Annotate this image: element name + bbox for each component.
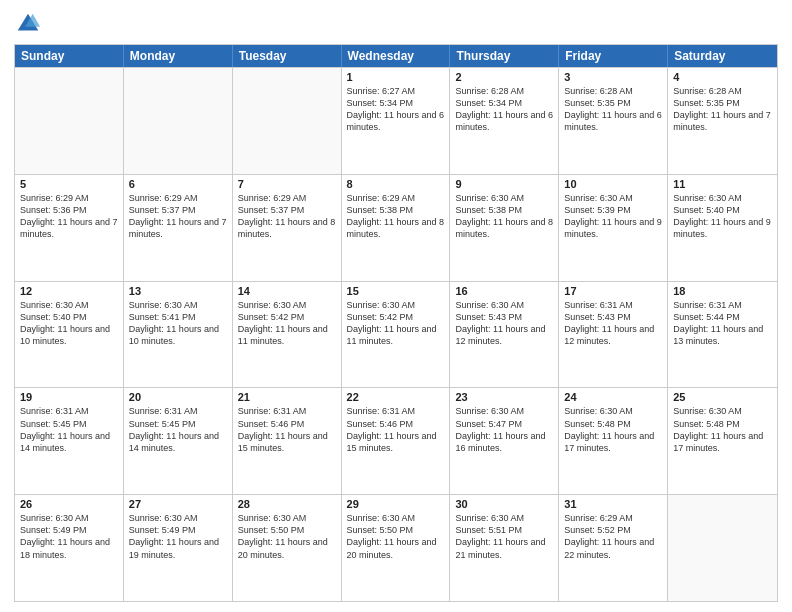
- calendar-body: 1Sunrise: 6:27 AM Sunset: 5:34 PM Daylig…: [15, 67, 777, 601]
- cell-info: Sunrise: 6:31 AM Sunset: 5:45 PM Dayligh…: [20, 405, 118, 454]
- calendar-row-1: 5Sunrise: 6:29 AM Sunset: 5:36 PM Daylig…: [15, 174, 777, 281]
- cell-date: 10: [564, 178, 662, 190]
- weekday-header-saturday: Saturday: [668, 45, 777, 67]
- calendar-cell: 8Sunrise: 6:29 AM Sunset: 5:38 PM Daylig…: [342, 175, 451, 281]
- cell-date: 5: [20, 178, 118, 190]
- weekday-header-thursday: Thursday: [450, 45, 559, 67]
- cell-info: Sunrise: 6:31 AM Sunset: 5:46 PM Dayligh…: [347, 405, 445, 454]
- calendar-cell: 19Sunrise: 6:31 AM Sunset: 5:45 PM Dayli…: [15, 388, 124, 494]
- cell-info: Sunrise: 6:30 AM Sunset: 5:39 PM Dayligh…: [564, 192, 662, 241]
- cell-date: 26: [20, 498, 118, 510]
- calendar-cell: 21Sunrise: 6:31 AM Sunset: 5:46 PM Dayli…: [233, 388, 342, 494]
- calendar-cell: 1Sunrise: 6:27 AM Sunset: 5:34 PM Daylig…: [342, 68, 451, 174]
- calendar-cell: 14Sunrise: 6:30 AM Sunset: 5:42 PM Dayli…: [233, 282, 342, 388]
- cell-date: 28: [238, 498, 336, 510]
- cell-info: Sunrise: 6:29 AM Sunset: 5:38 PM Dayligh…: [347, 192, 445, 241]
- calendar-cell: 29Sunrise: 6:30 AM Sunset: 5:50 PM Dayli…: [342, 495, 451, 601]
- calendar-cell: 26Sunrise: 6:30 AM Sunset: 5:49 PM Dayli…: [15, 495, 124, 601]
- cell-info: Sunrise: 6:30 AM Sunset: 5:48 PM Dayligh…: [564, 405, 662, 454]
- cell-date: 22: [347, 391, 445, 403]
- cell-date: 4: [673, 71, 772, 83]
- cell-info: Sunrise: 6:31 AM Sunset: 5:43 PM Dayligh…: [564, 299, 662, 348]
- cell-date: 9: [455, 178, 553, 190]
- calendar-cell: 24Sunrise: 6:30 AM Sunset: 5:48 PM Dayli…: [559, 388, 668, 494]
- cell-date: 17: [564, 285, 662, 297]
- calendar-row-3: 19Sunrise: 6:31 AM Sunset: 5:45 PM Dayli…: [15, 387, 777, 494]
- weekday-header-monday: Monday: [124, 45, 233, 67]
- cell-info: Sunrise: 6:30 AM Sunset: 5:43 PM Dayligh…: [455, 299, 553, 348]
- cell-info: Sunrise: 6:30 AM Sunset: 5:51 PM Dayligh…: [455, 512, 553, 561]
- cell-date: 13: [129, 285, 227, 297]
- calendar-row-4: 26Sunrise: 6:30 AM Sunset: 5:49 PM Dayli…: [15, 494, 777, 601]
- cell-date: 7: [238, 178, 336, 190]
- calendar-row-2: 12Sunrise: 6:30 AM Sunset: 5:40 PM Dayli…: [15, 281, 777, 388]
- cell-date: 29: [347, 498, 445, 510]
- cell-date: 14: [238, 285, 336, 297]
- calendar-cell: 11Sunrise: 6:30 AM Sunset: 5:40 PM Dayli…: [668, 175, 777, 281]
- logo-icon: [14, 10, 42, 38]
- cell-info: Sunrise: 6:29 AM Sunset: 5:36 PM Dayligh…: [20, 192, 118, 241]
- cell-info: Sunrise: 6:28 AM Sunset: 5:35 PM Dayligh…: [673, 85, 772, 134]
- calendar-cell: 27Sunrise: 6:30 AM Sunset: 5:49 PM Dayli…: [124, 495, 233, 601]
- cell-info: Sunrise: 6:30 AM Sunset: 5:48 PM Dayligh…: [673, 405, 772, 454]
- cell-date: 2: [455, 71, 553, 83]
- cell-date: 15: [347, 285, 445, 297]
- cell-date: 3: [564, 71, 662, 83]
- calendar-cell: [233, 68, 342, 174]
- calendar-cell: 4Sunrise: 6:28 AM Sunset: 5:35 PM Daylig…: [668, 68, 777, 174]
- cell-date: 11: [673, 178, 772, 190]
- cell-info: Sunrise: 6:30 AM Sunset: 5:42 PM Dayligh…: [238, 299, 336, 348]
- cell-date: 23: [455, 391, 553, 403]
- cell-info: Sunrise: 6:31 AM Sunset: 5:44 PM Dayligh…: [673, 299, 772, 348]
- weekday-header-sunday: Sunday: [15, 45, 124, 67]
- cell-date: 19: [20, 391, 118, 403]
- calendar-cell: [668, 495, 777, 601]
- cell-date: 16: [455, 285, 553, 297]
- calendar-cell: 2Sunrise: 6:28 AM Sunset: 5:34 PM Daylig…: [450, 68, 559, 174]
- cell-info: Sunrise: 6:30 AM Sunset: 5:38 PM Dayligh…: [455, 192, 553, 241]
- cell-date: 18: [673, 285, 772, 297]
- cell-info: Sunrise: 6:31 AM Sunset: 5:46 PM Dayligh…: [238, 405, 336, 454]
- calendar: SundayMondayTuesdayWednesdayThursdayFrid…: [14, 44, 778, 602]
- cell-info: Sunrise: 6:29 AM Sunset: 5:52 PM Dayligh…: [564, 512, 662, 561]
- cell-date: 30: [455, 498, 553, 510]
- cell-date: 31: [564, 498, 662, 510]
- calendar-cell: 31Sunrise: 6:29 AM Sunset: 5:52 PM Dayli…: [559, 495, 668, 601]
- cell-date: 1: [347, 71, 445, 83]
- cell-info: Sunrise: 6:30 AM Sunset: 5:40 PM Dayligh…: [673, 192, 772, 241]
- cell-date: 25: [673, 391, 772, 403]
- calendar-cell: 6Sunrise: 6:29 AM Sunset: 5:37 PM Daylig…: [124, 175, 233, 281]
- calendar-cell: 3Sunrise: 6:28 AM Sunset: 5:35 PM Daylig…: [559, 68, 668, 174]
- cell-info: Sunrise: 6:30 AM Sunset: 5:49 PM Dayligh…: [129, 512, 227, 561]
- calendar-cell: 9Sunrise: 6:30 AM Sunset: 5:38 PM Daylig…: [450, 175, 559, 281]
- calendar-cell: 13Sunrise: 6:30 AM Sunset: 5:41 PM Dayli…: [124, 282, 233, 388]
- calendar-row-0: 1Sunrise: 6:27 AM Sunset: 5:34 PM Daylig…: [15, 67, 777, 174]
- cell-date: 6: [129, 178, 227, 190]
- cell-info: Sunrise: 6:30 AM Sunset: 5:41 PM Dayligh…: [129, 299, 227, 348]
- calendar-cell: 17Sunrise: 6:31 AM Sunset: 5:43 PM Dayli…: [559, 282, 668, 388]
- calendar-header: SundayMondayTuesdayWednesdayThursdayFrid…: [15, 45, 777, 67]
- logo: [14, 10, 46, 38]
- cell-date: 27: [129, 498, 227, 510]
- calendar-cell: 5Sunrise: 6:29 AM Sunset: 5:36 PM Daylig…: [15, 175, 124, 281]
- calendar-cell: 28Sunrise: 6:30 AM Sunset: 5:50 PM Dayli…: [233, 495, 342, 601]
- cell-info: Sunrise: 6:31 AM Sunset: 5:45 PM Dayligh…: [129, 405, 227, 454]
- calendar-cell: [124, 68, 233, 174]
- cell-info: Sunrise: 6:30 AM Sunset: 5:49 PM Dayligh…: [20, 512, 118, 561]
- calendar-cell: 23Sunrise: 6:30 AM Sunset: 5:47 PM Dayli…: [450, 388, 559, 494]
- cell-info: Sunrise: 6:30 AM Sunset: 5:50 PM Dayligh…: [238, 512, 336, 561]
- cell-date: 20: [129, 391, 227, 403]
- calendar-cell: 7Sunrise: 6:29 AM Sunset: 5:37 PM Daylig…: [233, 175, 342, 281]
- weekday-header-wednesday: Wednesday: [342, 45, 451, 67]
- weekday-header-tuesday: Tuesday: [233, 45, 342, 67]
- calendar-cell: [15, 68, 124, 174]
- calendar-cell: 18Sunrise: 6:31 AM Sunset: 5:44 PM Dayli…: [668, 282, 777, 388]
- cell-date: 8: [347, 178, 445, 190]
- weekday-header-friday: Friday: [559, 45, 668, 67]
- cell-date: 12: [20, 285, 118, 297]
- cell-info: Sunrise: 6:30 AM Sunset: 5:42 PM Dayligh…: [347, 299, 445, 348]
- calendar-cell: 30Sunrise: 6:30 AM Sunset: 5:51 PM Dayli…: [450, 495, 559, 601]
- calendar-cell: 15Sunrise: 6:30 AM Sunset: 5:42 PM Dayli…: [342, 282, 451, 388]
- calendar-cell: 25Sunrise: 6:30 AM Sunset: 5:48 PM Dayli…: [668, 388, 777, 494]
- cell-info: Sunrise: 6:29 AM Sunset: 5:37 PM Dayligh…: [238, 192, 336, 241]
